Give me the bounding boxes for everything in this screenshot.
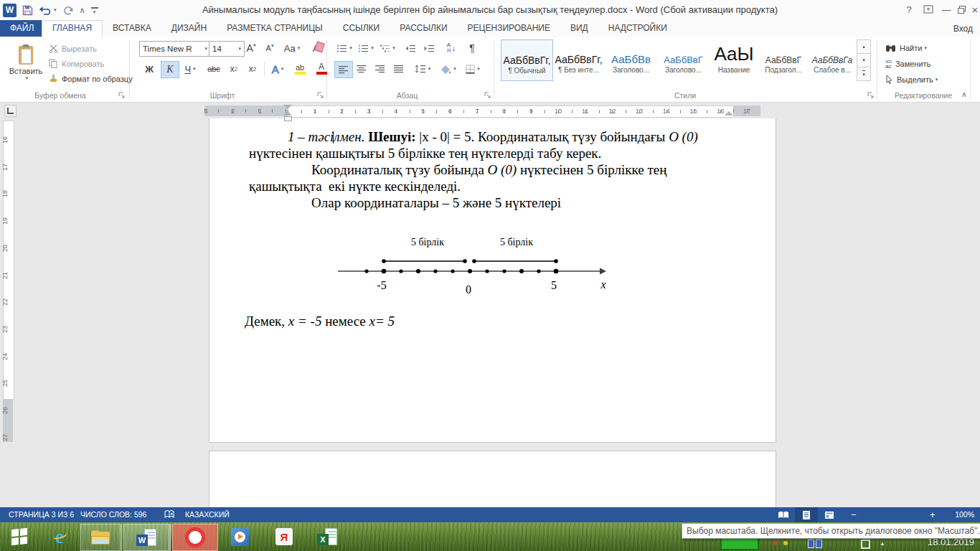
align-right-button[interactable] — [372, 61, 389, 77]
styles-dialog-launcher-icon[interactable] — [867, 91, 875, 100]
cut-button[interactable]: Вырезать — [49, 42, 97, 55]
word-count[interactable]: ЧИСЛО СЛОВ: 596 — [80, 507, 146, 522]
touch-mode-icon[interactable]: ∧ — [80, 1, 85, 19]
tab-рецензирование[interactable]: РЕЦЕНЗИРОВАНИЕ — [458, 20, 560, 37]
right-indent-marker[interactable] — [725, 111, 733, 116]
undo-dropdown[interactable]: ▾ — [54, 7, 57, 13]
clear-formatting-button[interactable]: А — [307, 40, 324, 56]
first-line-indent-marker[interactable] — [283, 105, 292, 109]
proofing-status-icon[interactable] — [164, 509, 175, 524]
clipboard-dialog-launcher-icon[interactable] — [118, 91, 126, 100]
tray-icon-box[interactable] — [861, 540, 870, 549]
tray-show-hidden-icon[interactable]: ▴ — [881, 540, 884, 547]
tab-файл[interactable]: ФАЙЛ — [0, 20, 42, 37]
line-spacing-button[interactable]: ▾ — [412, 61, 433, 77]
minimize-icon[interactable]: — — [938, 0, 954, 19]
style-chip[interactable]: АаБбВвЗаголово... — [606, 39, 656, 80]
italic-button[interactable]: К — [161, 61, 179, 78]
collapse-ribbon-icon[interactable]: ∧ — [958, 89, 970, 99]
paste-button[interactable]: Вставить ▾ — [6, 40, 46, 86]
taskbar-yandex[interactable]: Я — [267, 524, 301, 550]
left-indent-marker[interactable] — [284, 116, 292, 121]
multilevel-list-button[interactable]: ▾ — [377, 40, 397, 56]
align-center-button[interactable] — [353, 61, 370, 77]
tray-icon-red[interactable] — [773, 541, 778, 545]
style-chip[interactable]: АаБбВвГЗаголово... — [658, 39, 709, 80]
copy-button[interactable]: Копировать — [49, 57, 104, 70]
tab-главная[interactable]: ГЛАВНАЯ — [42, 20, 103, 37]
style-chip[interactable]: АаБбВвГг,¶ Обычный — [501, 39, 553, 81]
font-family-select[interactable]: Times New R▾ — [139, 41, 211, 57]
redo-icon[interactable] — [62, 1, 74, 19]
taskbar-media-player[interactable] — [222, 524, 257, 550]
hanging-indent-marker[interactable] — [283, 111, 292, 116]
borders-button[interactable]: ▾ — [462, 61, 484, 77]
format-painter-button[interactable]: Формат по образцу — [49, 72, 133, 85]
style-chip[interactable]: АаБбВвГаСлабое в... — [809, 39, 855, 80]
start-button[interactable] — [3, 524, 36, 550]
tray-icon-yellow[interactable] — [783, 541, 788, 545]
word-app-icon[interactable]: W — [3, 1, 17, 19]
replace-button[interactable]: abac Заменить — [885, 57, 930, 70]
tab-разметка страницы[interactable]: РАЗМЕТКА СТРАНИЦЫ — [217, 20, 333, 37]
sign-in-link[interactable]: Вход — [953, 20, 973, 37]
taskbar-word[interactable]: W — [123, 524, 171, 551]
text-effects-button[interactable]: А▾ — [268, 61, 287, 77]
decrease-indent-button[interactable] — [402, 40, 419, 56]
increase-indent-button[interactable] — [420, 40, 438, 56]
zoom-in-button[interactable]: + — [930, 507, 936, 522]
font-color-button[interactable]: А — [311, 61, 331, 77]
page-4[interactable] — [209, 451, 776, 508]
paragraph-dialog-launcher-icon[interactable] — [484, 91, 492, 100]
superscript-button[interactable]: x2 — [244, 61, 261, 77]
language-indicator[interactable]: КАЗАХСКИЙ — [185, 507, 230, 522]
ruler-left-margin[interactable] — [204, 105, 288, 116]
styles-scroll-down-icon[interactable]: ▾ — [857, 53, 871, 67]
select-button[interactable]: Выделить▾ — [885, 73, 938, 85]
tab-вставка[interactable]: ВСТАВКА — [103, 20, 161, 37]
justify-button[interactable] — [390, 61, 407, 77]
font-size-select[interactable]: 14▾ — [209, 41, 245, 57]
font-dialog-launcher-icon[interactable] — [316, 91, 325, 100]
print-layout-icon[interactable] — [795, 507, 818, 522]
help-icon[interactable]: ? — [901, 0, 917, 19]
tab-надстройки[interactable]: НАДСТРОЙКИ — [598, 20, 677, 37]
style-chip[interactable]: АаБбВвГПодзагол... — [759, 39, 808, 80]
underline-button[interactable]: Ч▾ — [179, 61, 201, 77]
align-left-button[interactable] — [334, 61, 353, 78]
save-icon[interactable] — [22, 1, 33, 19]
highlight-color-button[interactable]: ab — [290, 61, 310, 77]
page-indicator[interactable]: СТРАНИЦА 3 ИЗ 6 — [9, 507, 74, 522]
zoom-out-button[interactable]: − — [851, 507, 857, 522]
style-chip[interactable]: АаЫНазвание — [710, 39, 758, 80]
change-case-button[interactable]: Аа▾ — [281, 40, 303, 56]
numbering-button[interactable]: ▾ — [356, 40, 376, 56]
taskbar-opera[interactable] — [172, 524, 218, 551]
taskbar-internet-explorer[interactable]: e — [43, 524, 76, 550]
tab-дизайн[interactable]: ДИЗАЙН — [161, 20, 217, 37]
taskbar-excel[interactable]: X — [310, 524, 344, 550]
tab-selector[interactable] — [4, 105, 17, 117]
read-mode-icon[interactable] — [772, 507, 795, 522]
bold-button[interactable]: Ж — [141, 61, 158, 77]
sort-button[interactable]: АЯ ↓ — [442, 40, 461, 56]
tab-рассылки[interactable]: РАССЫЛКИ — [390, 20, 457, 37]
close-icon[interactable]: × — [967, 0, 980, 19]
tray-icon-keyboard2[interactable] — [816, 540, 822, 548]
ribbon-display-options-icon[interactable] — [920, 0, 936, 19]
tab-ссылки[interactable]: ССЫЛКИ — [333, 20, 390, 37]
subscript-button[interactable]: x2 — [225, 61, 242, 77]
taskbar-file-explorer[interactable] — [80, 524, 122, 551]
zoom-level[interactable]: 100% — [948, 507, 974, 522]
show-marks-button[interactable]: ¶ — [463, 40, 481, 56]
tab-вид[interactable]: ВИД — [560, 20, 598, 37]
tray-icon-keyboard[interactable] — [808, 540, 814, 548]
web-layout-icon[interactable] — [818, 507, 841, 522]
grow-font-button[interactable]: А▴ — [242, 40, 260, 56]
shrink-font-button[interactable]: А▾ — [261, 40, 278, 56]
styles-more-icon[interactable]: ▾ — [857, 67, 871, 81]
bullets-button[interactable]: ▾ — [334, 40, 354, 56]
customize-qat-icon[interactable]: ▾ — [91, 1, 98, 19]
find-button[interactable]: Найти▾ — [885, 42, 927, 54]
undo-icon[interactable]: ▾ — [39, 1, 57, 19]
